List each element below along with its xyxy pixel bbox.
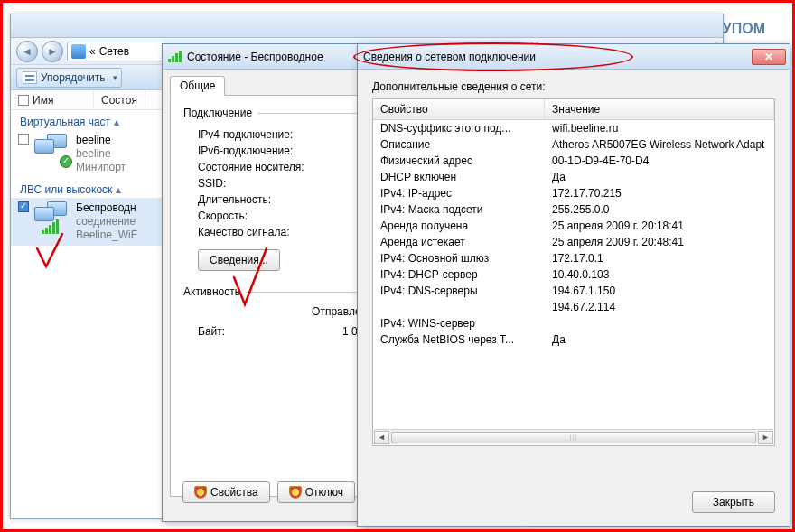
disable-button[interactable]: Отключ	[277, 481, 355, 503]
property-cell: Описание	[373, 136, 545, 153]
scroll-right-icon[interactable]: ►	[758, 431, 773, 444]
signal-icon	[168, 51, 182, 62]
properties-button[interactable]: Свойства	[182, 481, 270, 503]
label-media: Состояние носителя:	[198, 161, 342, 173]
label-ssid: SSID:	[198, 177, 342, 190]
details-button[interactable]: Сведения...	[198, 249, 280, 271]
col-property[interactable]: Свойство	[373, 99, 545, 119]
tab-general[interactable]: Общие	[170, 76, 225, 96]
details-row[interactable]: IPv4: Основной шлюз172.17.0.1	[373, 250, 774, 266]
col-value[interactable]: Значение	[545, 99, 774, 119]
col-name-label: Имя	[33, 94, 53, 107]
nav-back-button[interactable]: ◄	[16, 41, 38, 62]
label-speed: Скорость:	[198, 210, 342, 222]
value-cell: 194.67.1.150	[545, 283, 774, 299]
group-lan-label: ЛВС или высокоск	[20, 183, 112, 196]
property-cell: IPv4: DNS-серверы	[373, 283, 545, 299]
details-row[interactable]: IPv4: WINS-сервер	[373, 315, 774, 331]
value-cell: 255.255.0.0	[545, 201, 774, 218]
value-cell: Да	[545, 169, 774, 185]
value-cell: 25 апреля 2009 г. 20:18:41	[545, 218, 774, 234]
property-cell: Физический адрес	[373, 153, 545, 169]
property-cell: IPv4: IP-адрес	[373, 185, 545, 201]
details-header: Свойство Значение	[373, 99, 774, 120]
details-row[interactable]: IPv4: IP-адрес172.17.70.215	[373, 185, 774, 201]
property-cell: DHCP включен	[373, 169, 545, 185]
breadcrumb-sep: «	[89, 45, 96, 58]
details-row[interactable]: ОписаниеAtheros AR5007EG Wireless Networ…	[373, 136, 774, 153]
bytes-label: Байт:	[198, 325, 342, 338]
horizontal-scrollbar[interactable]: ◄ ||| ►	[374, 429, 773, 444]
background-hint: УПОМ	[723, 21, 765, 37]
label-ipv4: IPv4-подключение:	[198, 128, 342, 141]
property-cell: Служба NetBIOS через T...	[373, 331, 545, 348]
connection-text: Беспроводн соединение Beeline_WiF	[76, 201, 137, 242]
details-row[interactable]: Физический адрес00-1D-D9-4E-70-D4	[373, 153, 774, 169]
property-cell	[373, 299, 545, 315]
close-icon: ✕	[764, 51, 773, 63]
window-connection-details: Сведения о сетевом подключении ✕ Дополни…	[357, 43, 790, 527]
property-cell: IPv4: DHCP-сервер	[373, 266, 545, 283]
status-title: Состояние - Беспроводное	[187, 51, 323, 63]
organize-icon	[23, 71, 37, 84]
connection-text: beeline beeline Минипорт	[76, 134, 126, 174]
details-row[interactable]: Аренда получена25 апреля 2009 г. 20:18:4…	[373, 218, 774, 234]
legend-connection: Подключение	[183, 107, 252, 119]
label-quality: Качество сигнала:	[198, 226, 342, 238]
scroll-thumb[interactable]: |||	[391, 432, 756, 443]
label-ipv6: IPv6-подключение:	[198, 145, 342, 157]
value-cell: 194.67.2.114	[545, 299, 774, 315]
details-row[interactable]: Аренда истекает25 апреля 2009 г. 20:48:4…	[373, 234, 774, 250]
property-cell: IPv4: Маска подсети	[373, 201, 545, 218]
breadcrumb-icon	[71, 44, 86, 59]
property-cell: Аренда получена	[373, 218, 545, 234]
value-cell: 172.17.0.1	[545, 250, 774, 266]
value-cell: 25 апреля 2009 г. 20:48:41	[545, 234, 774, 250]
property-cell: IPv4: Основной шлюз	[373, 250, 545, 266]
details-row[interactable]: 194.67.2.114	[373, 299, 774, 315]
organize-button[interactable]: Упорядочить	[16, 68, 122, 88]
breadcrumb-text: Сетев	[99, 45, 129, 58]
item-checkbox[interactable]	[18, 134, 29, 145]
connection-icon	[34, 134, 70, 166]
details-row[interactable]: IPv4: DHCP-сервер10.40.0.103	[373, 266, 774, 283]
col-state[interactable]: Состоя	[94, 90, 145, 109]
explorer-titlebar[interactable]	[11, 14, 723, 38]
details-row[interactable]: DNS-суффикс этого под...wifi.beeline.ru	[373, 120, 774, 136]
value-cell: 172.17.70.215	[545, 185, 774, 201]
details-row[interactable]: Служба NetBIOS через T...Да	[373, 331, 774, 348]
value-cell: 00-1D-D9-4E-70-D4	[545, 153, 774, 169]
nav-forward-button[interactable]: ►	[42, 41, 63, 62]
shield-icon	[289, 486, 302, 499]
legend-activity: Активность	[183, 285, 240, 298]
item-checkbox[interactable]: ✓	[18, 201, 29, 212]
group-virtual-label: Виртуальная част	[20, 116, 110, 128]
connection-icon	[34, 201, 70, 234]
details-row[interactable]: IPv4: DNS-серверы194.67.1.150	[373, 283, 774, 299]
value-cell: Да	[545, 331, 774, 348]
details-caption: Дополнительные сведения о сети:	[372, 80, 775, 93]
label-duration: Длительность:	[198, 193, 342, 206]
value-cell	[545, 315, 774, 331]
select-all-checkbox[interactable]	[18, 95, 29, 106]
value-cell: Atheros AR5007EG Wireless Network Adapt	[545, 136, 774, 153]
details-list: Свойство Значение DNS-суффикс этого под.…	[372, 98, 775, 446]
annotation-oval	[353, 42, 633, 71]
property-cell: IPv4: WINS-сервер	[373, 315, 545, 331]
value-cell: 10.40.0.103	[545, 266, 774, 283]
chevron-up-icon[interactable]: ▴	[116, 183, 121, 196]
details-row[interactable]: IPv4: Маска подсети255.255.0.0	[373, 201, 774, 218]
shield-icon	[194, 486, 207, 499]
details-row[interactable]: DHCP включенДа	[373, 169, 774, 185]
property-cell: DNS-суффикс этого под...	[373, 120, 545, 136]
col-name[interactable]: Имя	[11, 90, 94, 109]
status-ok-icon	[60, 155, 72, 168]
signal-icon	[42, 219, 59, 234]
close-dialog-button[interactable]: Закрыть	[692, 491, 775, 513]
property-cell: Аренда истекает	[373, 234, 545, 250]
chevron-up-icon[interactable]: ▴	[114, 116, 119, 128]
value-cell: wifi.beeline.ru	[545, 120, 774, 136]
organize-label: Упорядочить	[41, 71, 105, 84]
scroll-left-icon[interactable]: ◄	[374, 431, 389, 444]
close-button[interactable]: ✕	[752, 49, 786, 65]
